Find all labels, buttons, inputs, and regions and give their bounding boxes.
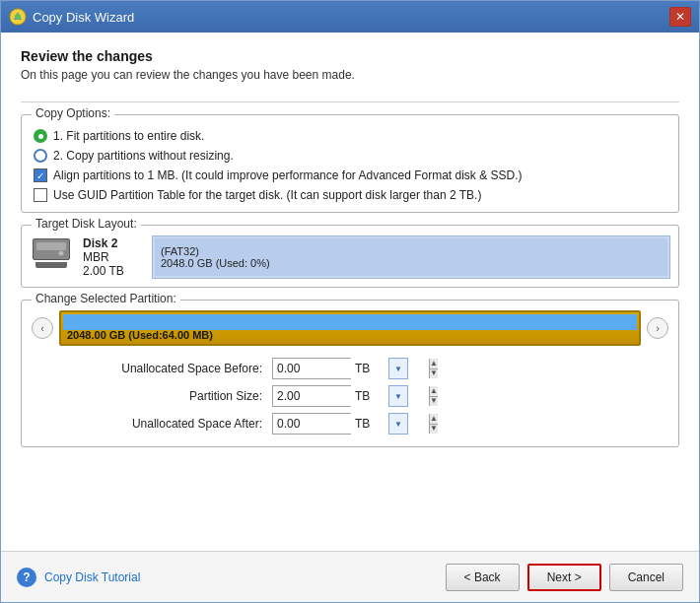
main-content: Review the changes On this page you can … bbox=[1, 33, 699, 551]
option-row-3[interactable]: ✓ Align partitions to 1 MB. (It could im… bbox=[34, 168, 666, 182]
titlebar: Copy Disk Wizard ✕ bbox=[1, 1, 699, 33]
radio-option2[interactable] bbox=[34, 149, 47, 163]
next-button[interactable]: Next > bbox=[527, 564, 601, 591]
disk-name: Disk 2 bbox=[83, 236, 142, 250]
review-heading: Review the changes bbox=[21, 48, 679, 64]
main-window: Copy Disk Wizard ✕ Review the changes On… bbox=[0, 0, 700, 603]
field-input-0[interactable]: ▲ ▼ bbox=[272, 358, 351, 379]
field-label-0: Unallocated Space Before: bbox=[91, 362, 268, 375]
spinner-1: ▲ ▼ bbox=[429, 386, 438, 406]
spinner-down-2[interactable]: ▼ bbox=[430, 425, 438, 435]
option2-label: 2. Copy partitions without resizing. bbox=[53, 149, 234, 163]
radio-option1[interactable] bbox=[34, 129, 47, 143]
header-divider bbox=[21, 101, 679, 102]
option-row-4[interactable]: Use GUID Partition Table for the target … bbox=[34, 188, 666, 202]
spinner-down-1[interactable]: ▼ bbox=[430, 397, 438, 407]
svg-point-1 bbox=[15, 14, 21, 20]
right-arrow[interactable]: › bbox=[647, 317, 668, 339]
unit-label-2: TB bbox=[355, 417, 385, 431]
checkbox-option3[interactable]: ✓ bbox=[34, 168, 47, 182]
partition-bar-fill bbox=[63, 314, 637, 330]
field-label-2: Unallocated Space After: bbox=[91, 417, 268, 431]
unit-dropdown-2[interactable]: ▼ bbox=[388, 413, 408, 435]
window-title: Copy Disk Wizard bbox=[33, 10, 669, 25]
back-button[interactable]: < Back bbox=[446, 564, 520, 591]
disk-bar: (FAT32) 2048.0 GB (Used: 0%) bbox=[152, 235, 670, 279]
fields-grid: Unallocated Space Before: ▲ ▼ TB ▼ Parti… bbox=[32, 358, 668, 435]
target-disk-content: Disk 2 MBR 2.00 TB (FAT32) 2048.0 GB (Us… bbox=[22, 226, 678, 287]
copy-options-group: Copy Options: 1. Fit partitions to entir… bbox=[21, 114, 679, 213]
partition-bar: 2048.00 GB (Used:64.00 MB) bbox=[59, 310, 641, 346]
option-row-1[interactable]: 1. Fit partitions to entire disk. bbox=[34, 129, 666, 143]
disk-type: MBR bbox=[83, 250, 142, 264]
hdd-icon bbox=[30, 238, 73, 276]
cancel-button[interactable]: Cancel bbox=[609, 564, 683, 591]
unit-dropdown-1[interactable]: ▼ bbox=[388, 385, 408, 407]
change-partition-group: Change Selected Partition: ‹ 2048.00 GB … bbox=[21, 300, 679, 447]
disk-bar-inner: (FAT32) 2048.0 GB (Used: 0%) bbox=[155, 238, 667, 276]
footer: ? Copy Disk Tutorial < Back Next > Cance… bbox=[1, 551, 699, 602]
disk-size: 2.00 TB bbox=[83, 264, 142, 278]
field-input-2[interactable]: ▲ ▼ bbox=[272, 413, 351, 435]
close-button[interactable]: ✕ bbox=[669, 7, 691, 27]
unit-dropdown-0[interactable]: ▼ bbox=[388, 358, 408, 379]
option3-label: Align partitions to 1 MB. (It could impr… bbox=[53, 168, 523, 182]
disk-fs: (FAT32) bbox=[161, 245, 667, 257]
left-arrow[interactable]: ‹ bbox=[32, 317, 53, 339]
spinner-down-0[interactable]: ▼ bbox=[430, 369, 438, 379]
review-header: Review the changes On this page you can … bbox=[21, 48, 679, 82]
option-row-2[interactable]: 2. Copy partitions without resizing. bbox=[34, 149, 666, 163]
partition-bar-label: 2048.00 GB (Used:64.00 MB) bbox=[67, 329, 213, 341]
checkbox-option4[interactable] bbox=[34, 188, 47, 202]
disk-row: Disk 2 MBR 2.00 TB (FAT32) 2048.0 GB (Us… bbox=[30, 235, 670, 279]
spinner-0: ▲ ▼ bbox=[429, 359, 438, 378]
copy-options-content: 1. Fit partitions to entire disk. 2. Cop… bbox=[22, 115, 678, 212]
target-disk-group: Target Disk Layout: Disk 2 MBR bbox=[21, 225, 679, 288]
disk-info: Disk 2 MBR 2.00 TB bbox=[83, 236, 142, 278]
change-partition-label: Change Selected Partition: bbox=[32, 292, 180, 305]
spinner-up-0[interactable]: ▲ bbox=[430, 359, 438, 369]
disk-used: 2048.0 GB (Used: 0%) bbox=[161, 257, 667, 269]
change-partition-content: ‹ 2048.00 GB (Used:64.00 MB) › Unallocat… bbox=[22, 301, 678, 446]
unit-label-1: TB bbox=[355, 389, 385, 403]
option4-label: Use GUID Partition Table for the target … bbox=[53, 188, 481, 202]
option1-label: 1. Fit partitions to entire disk. bbox=[53, 129, 204, 143]
spinner-up-1[interactable]: ▲ bbox=[430, 386, 438, 397]
help-icon[interactable]: ? bbox=[17, 568, 36, 587]
spinner-2: ▲ ▼ bbox=[429, 414, 438, 434]
field-label-1: Partition Size: bbox=[91, 389, 268, 403]
tutorial-link[interactable]: Copy Disk Tutorial bbox=[44, 570, 140, 584]
copy-options-label: Copy Options: bbox=[32, 106, 114, 120]
review-description: On this page you can review the changes … bbox=[21, 68, 679, 82]
target-disk-label: Target Disk Layout: bbox=[32, 217, 141, 231]
unit-label-0: TB bbox=[355, 362, 385, 375]
spinner-up-2[interactable]: ▲ bbox=[430, 414, 438, 425]
wizard-icon bbox=[9, 8, 27, 26]
partition-slider-container: ‹ 2048.00 GB (Used:64.00 MB) › bbox=[32, 310, 668, 346]
field-input-1[interactable]: ▲ ▼ bbox=[272, 385, 351, 407]
